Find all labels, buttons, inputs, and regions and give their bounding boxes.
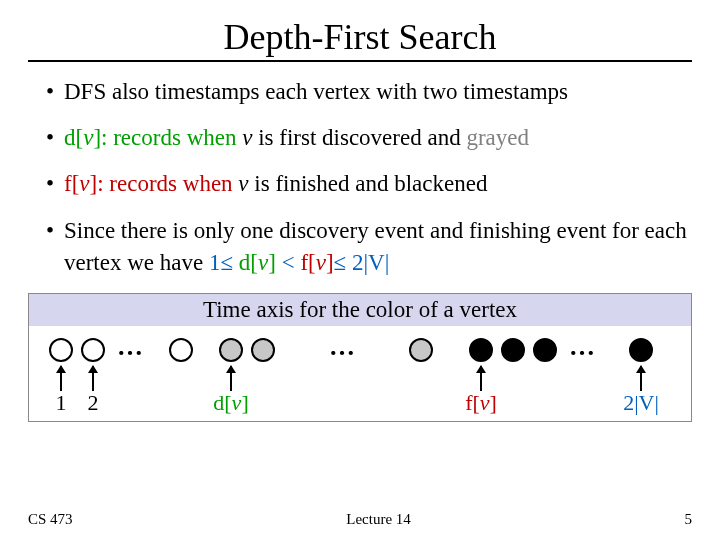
diagram-title: Time axis for the color of a vertex: [29, 294, 691, 326]
dots-1: …: [117, 332, 145, 362]
arrow-fv: [480, 366, 482, 391]
bullet-1: DFS also timestamps each vertex with two…: [46, 76, 692, 108]
bullet-3-blackened: blackened: [394, 171, 487, 196]
bullet-4-mid2: ]: [326, 250, 334, 275]
arrow-2: [92, 366, 94, 391]
bullet-4-v1: v: [258, 250, 268, 275]
vertex-black-2: [501, 338, 525, 362]
bullet-list: DFS also timestamps each vertex with two…: [28, 76, 692, 279]
bullet-2-grayed: grayed: [466, 125, 529, 150]
vertex-black-1: [469, 338, 493, 362]
label-fv: f[v]: [465, 390, 497, 416]
bullet-4-f: f[: [295, 250, 316, 275]
dots-3: …: [569, 332, 597, 362]
time-axis-diagram: Time axis for the color of a vertex … … …: [28, 293, 692, 422]
title-rule: [28, 60, 692, 62]
bullet-3-v: v: [238, 171, 248, 196]
vertex-gray-2: [251, 338, 275, 362]
arrow-end: [640, 366, 642, 391]
label-2: 2: [88, 390, 99, 416]
vertex-white-2: [81, 338, 105, 362]
bullet-4-le2: ≤: [334, 250, 347, 275]
bullet-4-2v: 2|V|: [346, 250, 389, 275]
bullet-4-mid1: ]: [268, 250, 281, 275]
bullet-2-d-mid: ]: records when: [93, 125, 242, 150]
label-2v: 2|V|: [623, 390, 659, 416]
bullet-4-v2: v: [316, 250, 326, 275]
label-dv-v: v: [232, 390, 242, 415]
footer: CS 473 Lecture 14 5: [28, 511, 692, 528]
label-fv-post: ]: [490, 390, 497, 415]
slide: Depth-First Search DFS also timestamps e…: [0, 0, 720, 540]
label-1: 1: [56, 390, 67, 416]
label-fv-pre: f[: [465, 390, 480, 415]
arrow-dv: [230, 366, 232, 391]
vertex-white-1: [49, 338, 73, 362]
bullet-3: f[v]: records when v is finished and bla…: [46, 168, 692, 200]
bullet-2-d-v: v: [83, 125, 93, 150]
bullet-2: d[v]: records when v is first discovered…: [46, 122, 692, 154]
bullet-4-one: 1: [209, 250, 221, 275]
vertex-gray-3: [409, 338, 433, 362]
vertex-white-3: [169, 338, 193, 362]
bullet-4: Since there is only one discovery event …: [46, 215, 692, 279]
bullet-4-d: d[: [233, 250, 258, 275]
arrow-1: [60, 366, 62, 391]
bullet-2-v: v: [242, 125, 252, 150]
diagram-body: … … … 1 2 d[v] f: [29, 326, 691, 421]
footer-center: Lecture 14: [346, 511, 411, 528]
bullet-4-le1: ≤: [220, 250, 233, 275]
bullet-3-f-mid: ]: records when: [90, 171, 239, 196]
label-dv-post: ]: [241, 390, 248, 415]
vertex-black-3: [533, 338, 557, 362]
footer-right: 5: [684, 511, 692, 528]
dots-2: …: [329, 332, 357, 362]
label-dv-pre: d[: [213, 390, 231, 415]
bullet-2-post: is first discovered and: [252, 125, 466, 150]
vertex-gray-1: [219, 338, 243, 362]
label-dv: d[v]: [213, 390, 248, 416]
bullet-4-lt: <: [282, 250, 295, 275]
vertex-black-4: [629, 338, 653, 362]
footer-left: CS 473: [28, 511, 73, 528]
bullet-1-text: DFS also timestamps each vertex with two…: [64, 79, 568, 104]
page-title: Depth-First Search: [28, 16, 692, 58]
bullet-3-post: is finished and: [249, 171, 395, 196]
bullet-2-d-prefix: d[: [64, 125, 83, 150]
bullet-3-f-prefix: f[: [64, 171, 79, 196]
bullet-3-f-v: v: [79, 171, 89, 196]
label-fv-v: v: [480, 390, 490, 415]
